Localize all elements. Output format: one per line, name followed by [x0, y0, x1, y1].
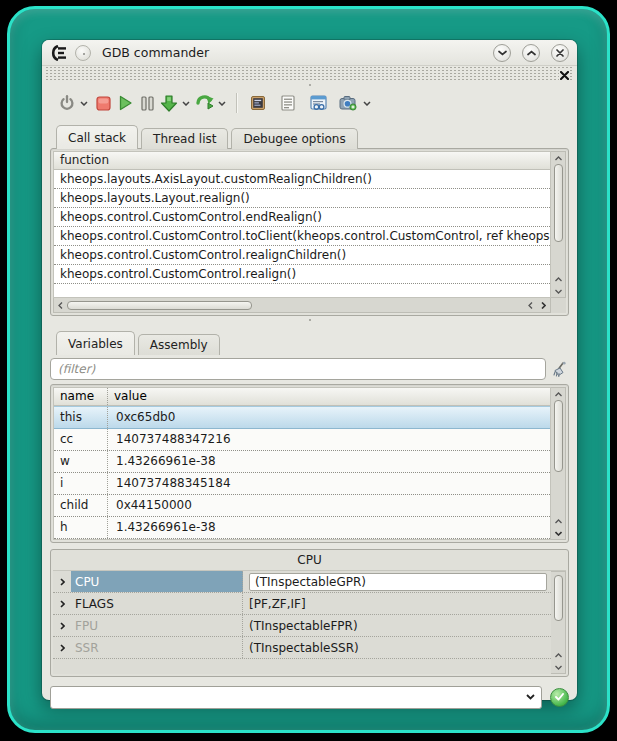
stop-icon	[96, 96, 111, 111]
callstack-row[interactable]: kheops.control.CustomControl.realign()	[54, 265, 550, 284]
registers-button[interactable]	[247, 91, 269, 115]
run-icon	[118, 95, 133, 111]
cpu-register-row[interactable]: SSR (TInspectableSSR)	[53, 637, 551, 659]
scrollbar-thumb[interactable]	[554, 575, 563, 621]
step-dropdown[interactable]	[180, 91, 192, 115]
expand-chevron-icon[interactable]	[53, 644, 71, 652]
callstack-column-header[interactable]: function	[54, 152, 550, 170]
expand-chevron-icon[interactable]	[53, 578, 71, 586]
callstack-row[interactable]: kheops.control.CustomControl.toClient(kh…	[54, 227, 550, 246]
scrollbar-thumb[interactable]	[554, 400, 563, 472]
app-menu-knob[interactable]	[75, 45, 91, 61]
column-name[interactable]: name	[54, 388, 108, 405]
scrollbar-thumb[interactable]	[67, 301, 252, 310]
callstack-row[interactable]: kheops.layouts.AxisLayout.customRealignC…	[54, 170, 550, 189]
scroll-up-icon[interactable]	[552, 515, 565, 527]
document-list-icon	[281, 95, 295, 111]
chevron-down-icon	[498, 50, 507, 56]
chevron-down-icon	[363, 101, 371, 106]
ok-check-icon	[555, 693, 564, 701]
tab-call-stack[interactable]: Call stack	[56, 125, 138, 149]
scroll-up-icon[interactable]	[552, 273, 565, 285]
cpu-vscrollbar[interactable]	[551, 571, 566, 674]
scroll-left-icon[interactable]	[524, 299, 537, 311]
power-icon	[59, 95, 75, 111]
scroll-right-icon[interactable]	[537, 299, 550, 311]
run-button[interactable]	[114, 91, 136, 115]
callstack-list[interactable]: function kheops.layouts.AxisLayout.custo…	[53, 151, 551, 298]
callstack-row[interactable]: kheops.control.CustomControl.realignChil…	[54, 246, 550, 265]
close-dock-icon	[560, 71, 569, 80]
toolbar-separator	[236, 93, 237, 113]
variable-row[interactable]: i 140737488345184	[54, 473, 550, 495]
scroll-down-icon[interactable]	[552, 661, 565, 673]
continue-button[interactable]	[194, 91, 216, 115]
callstack-hscrollbar[interactable]	[53, 298, 551, 313]
dock-drag-handle[interactable]	[45, 67, 574, 82]
cpu-value-editor[interactable]	[249, 573, 547, 591]
unshade-button[interactable]	[522, 44, 540, 62]
snapshot-button[interactable]	[337, 91, 359, 115]
watch-button[interactable]	[307, 91, 329, 115]
scrollbar-thumb[interactable]	[554, 164, 563, 242]
continue-dropdown[interactable]	[216, 91, 228, 115]
variables-filter-row	[50, 356, 569, 382]
snapshot-camera-icon	[339, 95, 357, 111]
scroll-down-icon[interactable]	[552, 527, 565, 539]
command-input[interactable]	[51, 687, 519, 708]
chevron-down-icon	[218, 101, 226, 106]
power-button[interactable]	[56, 91, 78, 115]
broom-icon[interactable]	[552, 361, 569, 378]
callstack-row[interactable]: kheops.layouts.Layout.realign()	[54, 189, 550, 208]
pause-button[interactable]	[136, 91, 158, 115]
continue-icon	[196, 95, 215, 112]
scroll-left-icon[interactable]	[54, 299, 67, 311]
cpu-register-row[interactable]: CPU	[53, 571, 551, 593]
variable-row[interactable]: this 0xc65db0	[54, 406, 550, 429]
tab-thread-list[interactable]: Thread list	[141, 128, 228, 149]
callstack-vscrollbar[interactable]	[551, 151, 566, 298]
variable-row[interactable]: child 0x44150000	[54, 495, 550, 517]
variable-row[interactable]: cc 140737488347216	[54, 429, 550, 451]
output-button[interactable]	[277, 91, 299, 115]
step-button[interactable]	[158, 91, 180, 115]
tab-variables[interactable]: Variables	[56, 331, 135, 355]
step-icon	[160, 95, 178, 112]
titlebar[interactable]: GDB commander	[42, 40, 577, 66]
variables-panel: name value this 0xc65db0 cc 140737488347…	[50, 384, 569, 543]
chevron-down-icon	[182, 101, 190, 106]
send-command-button[interactable]	[550, 688, 569, 707]
tab-debugee-options[interactable]: Debugee options	[231, 128, 357, 149]
scroll-up-icon[interactable]	[552, 152, 565, 164]
tab-assembly[interactable]: Assembly	[138, 334, 220, 355]
chevron-down-icon	[80, 101, 88, 106]
variables-vscrollbar[interactable]	[551, 387, 566, 540]
cpu-register-row[interactable]: FLAGS [PF,ZF,IF]	[53, 593, 551, 615]
coedit-logo-icon	[50, 45, 68, 61]
chevron-down-icon	[526, 694, 535, 700]
dock-close-button[interactable]	[559, 70, 570, 80]
scroll-up-icon[interactable]	[552, 649, 565, 661]
column-value[interactable]: value	[108, 388, 147, 405]
scroll-up-icon[interactable]	[552, 388, 565, 400]
stop-button[interactable]	[92, 91, 114, 115]
filter-input[interactable]	[50, 358, 546, 380]
expand-chevron-icon[interactable]	[53, 622, 71, 630]
callstack-tabbar: Call stack Thread list Debugee options	[50, 118, 569, 148]
variables-header[interactable]: name value	[54, 388, 550, 406]
shade-button[interactable]	[493, 44, 511, 62]
expand-chevron-icon[interactable]	[53, 600, 71, 608]
registers-chip-icon	[250, 95, 266, 111]
callstack-row[interactable]: kheops.control.CustomControl.endRealign(…	[54, 208, 550, 227]
cpu-register-row[interactable]: FPU (TInspectableFPR)	[53, 615, 551, 637]
scroll-down-icon[interactable]	[552, 285, 565, 297]
panel-splitter[interactable]	[42, 316, 577, 324]
combo-dropdown-button[interactable]	[519, 694, 541, 700]
variables-list[interactable]: name value this 0xc65db0 cc 140737488347…	[53, 387, 551, 540]
snapshot-dropdown[interactable]	[361, 91, 373, 115]
close-button[interactable]	[551, 44, 569, 62]
variable-row[interactable]: w 1.43266961e-38	[54, 451, 550, 473]
command-combobox[interactable]	[50, 686, 542, 709]
variable-row[interactable]: h 1.43266961e-38	[54, 517, 550, 539]
power-dropdown[interactable]	[78, 91, 90, 115]
